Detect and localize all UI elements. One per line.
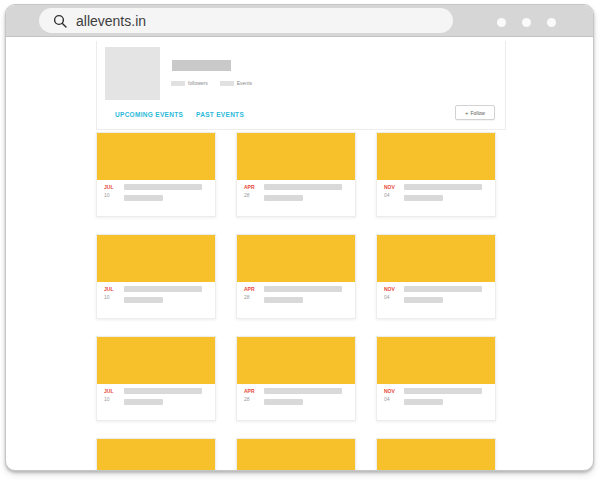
event-day: 10	[104, 192, 119, 198]
event-date: NOV04	[384, 388, 399, 405]
event-title-placeholder	[124, 286, 202, 292]
event-image-placeholder	[97, 439, 215, 471]
event-day: 04	[384, 192, 399, 198]
event-date: NOV04	[384, 184, 399, 201]
event-image-placeholder	[97, 235, 215, 282]
follow-button-label: Follow	[471, 110, 485, 116]
event-title-placeholder	[264, 388, 342, 394]
event-day: 28	[244, 294, 259, 300]
followers-stat: followers	[171, 80, 208, 86]
event-month: JUL	[104, 184, 119, 190]
event-info: APR28	[237, 180, 355, 201]
event-date: APR28	[244, 388, 259, 405]
event-info: APR28	[237, 384, 355, 405]
event-info: JUL10	[97, 180, 215, 201]
event-text-placeholders	[264, 184, 342, 201]
event-info: NOV04	[377, 180, 495, 201]
event-subtitle-placeholder	[404, 399, 443, 405]
profile-header: followers Events UPCOMING EVENTS PAST EV…	[96, 41, 506, 130]
event-month: APR	[244, 286, 259, 292]
event-card[interactable]: NOV04	[376, 234, 496, 319]
event-text-placeholders	[404, 388, 482, 405]
event-day: 04	[384, 396, 399, 402]
event-card[interactable]	[236, 438, 356, 471]
followers-count-placeholder	[171, 81, 185, 86]
tab-past-events[interactable]: PAST EVENTS	[196, 111, 244, 118]
event-card[interactable]	[376, 438, 496, 471]
event-info: JUL10	[97, 384, 215, 405]
event-day: 28	[244, 396, 259, 402]
event-image-placeholder	[97, 133, 215, 180]
follow-button[interactable]: + Follow	[455, 105, 495, 120]
followers-label: followers	[188, 80, 208, 86]
events-grid: JUL10APR28NOV04JUL10APR28NOV04JUL10APR28…	[96, 132, 496, 471]
event-month: NOV	[384, 184, 399, 190]
event-image-placeholder	[237, 439, 355, 471]
event-text-placeholders	[124, 388, 202, 405]
event-card[interactable]	[96, 438, 216, 471]
event-card[interactable]: NOV04	[376, 132, 496, 217]
event-subtitle-placeholder	[124, 297, 163, 303]
event-title-placeholder	[404, 286, 482, 292]
event-card[interactable]: APR28	[236, 234, 356, 319]
event-title-placeholder	[404, 184, 482, 190]
event-date: JUL10	[104, 184, 119, 201]
events-label: Events	[237, 80, 252, 86]
profile-stats: followers Events	[171, 80, 252, 86]
event-month: APR	[244, 388, 259, 394]
avatar	[105, 47, 160, 100]
event-date: NOV04	[384, 286, 399, 303]
event-image-placeholder	[97, 337, 215, 384]
event-day: 04	[384, 294, 399, 300]
event-month: JUL	[104, 286, 119, 292]
event-date: JUL10	[104, 286, 119, 303]
event-day: 10	[104, 294, 119, 300]
event-title-placeholder	[404, 388, 482, 394]
event-text-placeholders	[124, 184, 202, 201]
event-image-placeholder	[377, 235, 495, 282]
event-info: NOV04	[377, 282, 495, 303]
event-month: NOV	[384, 388, 399, 394]
event-subtitle-placeholder	[124, 399, 163, 405]
event-text-placeholders	[404, 286, 482, 303]
menu-dot-icon	[547, 18, 556, 27]
event-card[interactable]: APR28	[236, 132, 356, 217]
event-month: NOV	[384, 286, 399, 292]
event-subtitle-placeholder	[264, 399, 303, 405]
url-text: allevents.in	[76, 13, 146, 29]
event-title-placeholder	[264, 184, 342, 190]
event-card[interactable]: JUL10	[96, 234, 216, 319]
events-count-placeholder	[220, 81, 234, 86]
browser-menu-icon[interactable]	[497, 18, 556, 27]
event-subtitle-placeholder	[124, 195, 163, 201]
plus-icon: +	[465, 110, 469, 116]
event-text-placeholders	[264, 286, 342, 303]
menu-dot-icon	[522, 18, 531, 27]
event-date: APR28	[244, 184, 259, 201]
event-image-placeholder	[237, 133, 355, 180]
browser-window: allevents.in followers Events UPCOMING E…	[5, 4, 594, 471]
url-bar[interactable]: allevents.in	[39, 8, 453, 33]
event-card[interactable]: JUL10	[96, 132, 216, 217]
browser-toolbar: allevents.in	[6, 5, 593, 37]
event-subtitle-placeholder	[264, 297, 303, 303]
event-day: 28	[244, 192, 259, 198]
event-text-placeholders	[264, 388, 342, 405]
event-image-placeholder	[377, 337, 495, 384]
event-date: JUL10	[104, 388, 119, 405]
tab-upcoming-events[interactable]: UPCOMING EVENTS	[115, 111, 183, 118]
event-subtitle-placeholder	[404, 297, 443, 303]
event-date: APR28	[244, 286, 259, 303]
event-subtitle-placeholder	[404, 195, 443, 201]
event-info: JUL10	[97, 282, 215, 303]
search-icon	[53, 14, 67, 28]
event-card[interactable]: JUL10	[96, 336, 216, 421]
menu-dot-icon	[497, 18, 506, 27]
event-text-placeholders	[404, 184, 482, 201]
event-info: APR28	[237, 282, 355, 303]
event-card[interactable]: NOV04	[376, 336, 496, 421]
event-card[interactable]: APR28	[236, 336, 356, 421]
event-title-placeholder	[124, 388, 202, 394]
event-image-placeholder	[377, 133, 495, 180]
event-image-placeholder	[377, 439, 495, 471]
